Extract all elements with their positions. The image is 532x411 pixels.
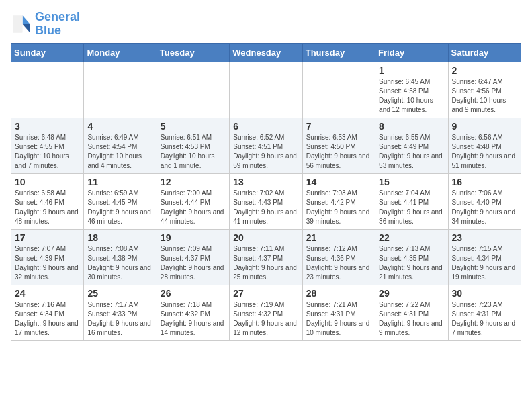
- day-number: 23: [452, 232, 517, 243]
- day-info: Sunrise: 7:12 AM Sunset: 4:36 PM Dayligh…: [306, 244, 371, 282]
- day-number: 27: [233, 288, 298, 299]
- day-number: 20: [233, 232, 298, 243]
- day-number: 30: [452, 288, 517, 299]
- svg-marker-1: [23, 24, 30, 33]
- day-number: 21: [306, 232, 371, 243]
- day-info: Sunrise: 7:00 AM Sunset: 4:44 PM Dayligh…: [161, 189, 226, 226]
- day-number: 5: [161, 121, 226, 132]
- logo-text: General Blue: [35, 11, 80, 38]
- header-cell-thursday: Thursday: [302, 43, 375, 62]
- header-cell-sunday: Sunday: [11, 43, 84, 62]
- day-number: 13: [233, 177, 298, 187]
- day-cell: 9Sunrise: 6:56 AM Sunset: 4:48 PM Daylig…: [448, 118, 521, 173]
- week-row-2: 3Sunrise: 6:48 AM Sunset: 4:55 PM Daylig…: [11, 118, 521, 173]
- day-number: 24: [15, 288, 80, 299]
- day-cell: [11, 62, 84, 118]
- day-number: 7: [306, 121, 371, 132]
- calendar-table: SundayMondayTuesdayWednesdayThursdayFrid…: [11, 43, 521, 341]
- day-info: Sunrise: 7:19 AM Sunset: 4:32 PM Dayligh…: [233, 300, 298, 338]
- day-cell: 17Sunrise: 7:07 AM Sunset: 4:39 PM Dayli…: [11, 229, 84, 285]
- logo: General Blue: [11, 11, 80, 38]
- calendar-header: SundayMondayTuesdayWednesdayThursdayFrid…: [11, 43, 521, 62]
- day-cell: 3Sunrise: 6:48 AM Sunset: 4:55 PM Daylig…: [11, 118, 84, 173]
- day-number: 12: [161, 177, 226, 187]
- day-info: Sunrise: 7:06 AM Sunset: 4:40 PM Dayligh…: [452, 189, 517, 226]
- day-info: Sunrise: 6:45 AM Sunset: 4:58 PM Dayligh…: [379, 77, 444, 115]
- day-cell: [84, 62, 157, 118]
- day-info: Sunrise: 7:02 AM Sunset: 4:43 PM Dayligh…: [233, 189, 298, 226]
- week-row-3: 10Sunrise: 6:58 AM Sunset: 4:46 PM Dayli…: [11, 173, 521, 229]
- day-number: 18: [87, 232, 152, 243]
- day-info: Sunrise: 7:16 AM Sunset: 4:34 PM Dayligh…: [15, 300, 80, 338]
- day-info: Sunrise: 7:08 AM Sunset: 4:38 PM Dayligh…: [87, 244, 152, 282]
- day-cell: 13Sunrise: 7:02 AM Sunset: 4:43 PM Dayli…: [230, 173, 302, 229]
- day-number: 11: [87, 177, 152, 187]
- day-number: 22: [379, 232, 444, 243]
- day-cell: 28Sunrise: 7:21 AM Sunset: 4:31 PM Dayli…: [302, 285, 375, 340]
- svg-rect-2: [13, 15, 22, 33]
- day-cell: 16Sunrise: 7:06 AM Sunset: 4:40 PM Dayli…: [448, 173, 521, 229]
- day-info: Sunrise: 7:11 AM Sunset: 4:37 PM Dayligh…: [233, 244, 298, 282]
- day-cell: 21Sunrise: 7:12 AM Sunset: 4:36 PM Dayli…: [302, 229, 375, 285]
- day-cell: 29Sunrise: 7:22 AM Sunset: 4:31 PM Dayli…: [375, 285, 448, 340]
- svg-marker-0: [23, 15, 30, 24]
- day-cell: 22Sunrise: 7:13 AM Sunset: 4:35 PM Dayli…: [375, 229, 448, 285]
- day-number: 19: [161, 232, 226, 243]
- day-info: Sunrise: 6:59 AM Sunset: 4:45 PM Dayligh…: [87, 189, 152, 226]
- day-info: Sunrise: 6:47 AM Sunset: 4:56 PM Dayligh…: [452, 77, 517, 115]
- day-number: 6: [233, 121, 298, 132]
- day-number: 3: [15, 121, 80, 132]
- day-info: Sunrise: 6:52 AM Sunset: 4:51 PM Dayligh…: [233, 133, 298, 171]
- header-cell-tuesday: Tuesday: [157, 43, 229, 62]
- day-number: 25: [87, 288, 152, 299]
- day-number: 28: [306, 288, 371, 299]
- week-row-4: 17Sunrise: 7:07 AM Sunset: 4:39 PM Dayli…: [11, 229, 521, 285]
- day-cell: 2Sunrise: 6:47 AM Sunset: 4:56 PM Daylig…: [448, 62, 521, 118]
- day-number: 10: [15, 177, 80, 187]
- header-cell-friday: Friday: [375, 43, 448, 62]
- day-cell: 5Sunrise: 6:51 AM Sunset: 4:53 PM Daylig…: [157, 118, 229, 173]
- day-info: Sunrise: 7:23 AM Sunset: 4:31 PM Dayligh…: [452, 300, 517, 338]
- day-info: Sunrise: 7:21 AM Sunset: 4:31 PM Dayligh…: [306, 300, 371, 338]
- day-number: 26: [161, 288, 226, 299]
- day-info: Sunrise: 7:22 AM Sunset: 4:31 PM Dayligh…: [379, 300, 444, 338]
- week-row-1: 1Sunrise: 6:45 AM Sunset: 4:58 PM Daylig…: [11, 62, 521, 118]
- day-cell: 6Sunrise: 6:52 AM Sunset: 4:51 PM Daylig…: [230, 118, 302, 173]
- day-number: 2: [452, 65, 517, 76]
- day-info: Sunrise: 7:13 AM Sunset: 4:35 PM Dayligh…: [379, 244, 444, 282]
- day-cell: 23Sunrise: 7:15 AM Sunset: 4:34 PM Dayli…: [448, 229, 521, 285]
- page-header: General Blue: [11, 11, 521, 38]
- day-cell: 12Sunrise: 7:00 AM Sunset: 4:44 PM Dayli…: [157, 173, 229, 229]
- day-cell: 25Sunrise: 7:17 AM Sunset: 4:33 PM Dayli…: [84, 285, 157, 340]
- day-info: Sunrise: 6:49 AM Sunset: 4:54 PM Dayligh…: [87, 133, 152, 171]
- day-cell: 24Sunrise: 7:16 AM Sunset: 4:34 PM Dayli…: [11, 285, 84, 340]
- day-number: 8: [379, 121, 444, 132]
- day-info: Sunrise: 6:55 AM Sunset: 4:49 PM Dayligh…: [379, 133, 444, 171]
- header-cell-saturday: Saturday: [448, 43, 521, 62]
- day-cell: 8Sunrise: 6:55 AM Sunset: 4:49 PM Daylig…: [375, 118, 448, 173]
- day-cell: 18Sunrise: 7:08 AM Sunset: 4:38 PM Dayli…: [84, 229, 157, 285]
- day-info: Sunrise: 7:04 AM Sunset: 4:41 PM Dayligh…: [379, 189, 444, 226]
- day-info: Sunrise: 6:53 AM Sunset: 4:50 PM Dayligh…: [306, 133, 371, 171]
- day-info: Sunrise: 7:15 AM Sunset: 4:34 PM Dayligh…: [452, 244, 517, 282]
- header-cell-wednesday: Wednesday: [230, 43, 302, 62]
- day-number: 4: [87, 121, 152, 132]
- day-number: 14: [306, 177, 371, 187]
- day-number: 9: [452, 121, 517, 132]
- day-cell: 1Sunrise: 6:45 AM Sunset: 4:58 PM Daylig…: [375, 62, 448, 118]
- day-cell: 20Sunrise: 7:11 AM Sunset: 4:37 PM Dayli…: [230, 229, 302, 285]
- day-cell: 11Sunrise: 6:59 AM Sunset: 4:45 PM Dayli…: [84, 173, 157, 229]
- header-cell-monday: Monday: [84, 43, 157, 62]
- day-info: Sunrise: 7:07 AM Sunset: 4:39 PM Dayligh…: [15, 244, 80, 282]
- day-number: 29: [379, 288, 444, 299]
- logo-icon: [11, 13, 32, 35]
- day-cell: 14Sunrise: 7:03 AM Sunset: 4:42 PM Dayli…: [302, 173, 375, 229]
- day-cell: [157, 62, 229, 118]
- day-info: Sunrise: 7:18 AM Sunset: 4:32 PM Dayligh…: [161, 300, 226, 338]
- day-cell: 4Sunrise: 6:49 AM Sunset: 4:54 PM Daylig…: [84, 118, 157, 173]
- day-number: 1: [379, 65, 444, 76]
- day-cell: 10Sunrise: 6:58 AM Sunset: 4:46 PM Dayli…: [11, 173, 84, 229]
- day-cell: [302, 62, 375, 118]
- day-cell: 7Sunrise: 6:53 AM Sunset: 4:50 PM Daylig…: [302, 118, 375, 173]
- day-cell: 30Sunrise: 7:23 AM Sunset: 4:31 PM Dayli…: [448, 285, 521, 340]
